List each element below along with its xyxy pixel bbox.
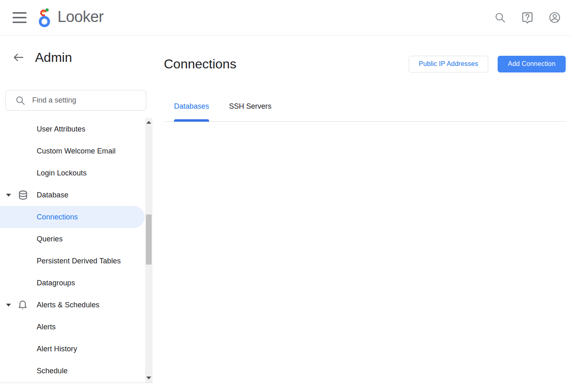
sidebar-section-database[interactable]: Database (0, 184, 153, 206)
sidebar-item-custom-welcome-email[interactable]: Custom Welcome Email (0, 140, 153, 162)
top-bar: Looker (0, 0, 571, 35)
main-content: Connections Public IP Addresses Add Conn… (153, 35, 571, 392)
sidebar-item-alerts[interactable]: Alerts (0, 316, 153, 338)
help-icon (521, 11, 534, 24)
sidebar-item-connections[interactable]: Connections (0, 206, 145, 228)
search-icon (494, 12, 506, 23)
find-setting-input[interactable] (32, 96, 146, 105)
active-tab-underline (174, 119, 209, 122)
looker-wordmark: Looker (57, 9, 104, 26)
page-title: Connections (164, 57, 236, 72)
find-setting-searchbox[interactable] (5, 90, 146, 111)
sidebar-item-datagroups[interactable]: Datagroups (0, 272, 153, 294)
sidebar-item-schedule[interactable]: Schedule (0, 360, 153, 382)
sidebar-item-persistent-derived-tables[interactable]: Persistent Derived Tables (0, 250, 153, 272)
caret-down-icon[interactable] (6, 193, 11, 197)
sidebar-item-login-lockouts[interactable]: Login Lockouts (0, 162, 153, 184)
sidebar-title: Admin (35, 50, 72, 65)
scroll-up-icon[interactable] (146, 121, 151, 124)
sidebar-item-alert-history[interactable]: Alert History (0, 338, 153, 360)
back-button[interactable] (12, 51, 24, 64)
admin-sidebar: Admin User Attributes Custom Welcome Ema… (0, 35, 153, 392)
scrollbar-thumb[interactable] (146, 215, 152, 265)
account-icon (549, 11, 561, 24)
add-connection-button[interactable]: Add Connection (498, 56, 566, 72)
tab-content-empty (153, 122, 571, 350)
help-button[interactable] (519, 9, 536, 26)
public-ip-addresses-button[interactable]: Public IP Addresses (409, 56, 489, 72)
tab-ssh-servers[interactable]: SSH Servers (229, 102, 271, 121)
sidebar-scrollbar[interactable] (145, 118, 152, 383)
account-button[interactable] (547, 9, 563, 26)
sidebar-section-alerts-schedules[interactable]: Alerts & Schedules (0, 294, 153, 316)
tab-databases[interactable]: Databases (174, 102, 209, 121)
admin-nav-list: User Attributes Custom Welcome Email Log… (0, 118, 153, 383)
bell-icon (18, 300, 28, 310)
sidebar-item-queries[interactable]: Queries (0, 228, 153, 250)
search-icon (15, 96, 25, 105)
database-icon (18, 190, 29, 201)
menu-button[interactable] (11, 9, 28, 26)
global-search-button[interactable] (492, 9, 508, 26)
sidebar-item-user-attributes[interactable]: User Attributes (0, 118, 153, 140)
connections-tabbar: Databases SSH Servers (164, 102, 566, 122)
hamburger-icon (13, 12, 26, 23)
caret-down-icon[interactable] (6, 303, 11, 307)
looker-logo-icon (38, 7, 55, 28)
back-arrow-icon (13, 53, 24, 62)
looker-logo[interactable]: Looker (38, 7, 104, 28)
scroll-down-icon[interactable] (146, 377, 151, 379)
